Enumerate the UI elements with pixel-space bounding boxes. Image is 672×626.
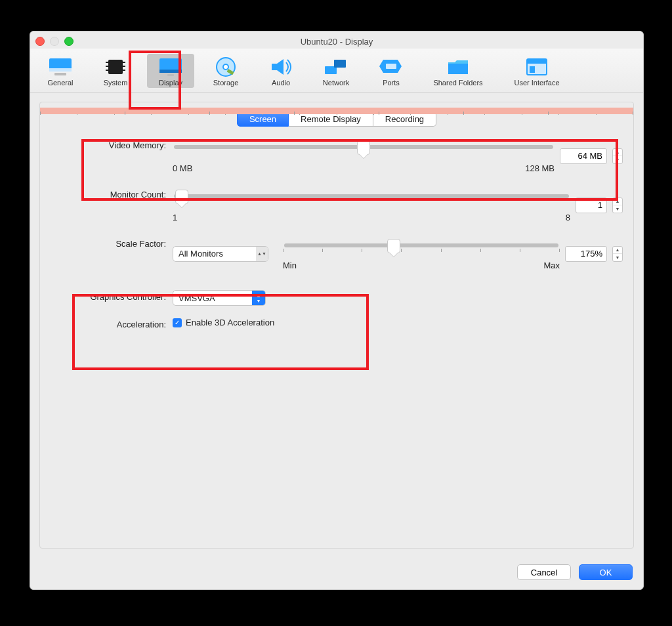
ports-icon — [379, 56, 404, 77]
content-pane: Screen Remote Display Recording Video Me… — [39, 102, 634, 549]
svg-rect-21 — [448, 64, 468, 74]
row-video-memory: Video Memory: 0 MB 128 MB — [51, 138, 623, 173]
category-toolbar: General System Display Storage — [30, 49, 643, 93]
toolbar-item-system[interactable]: System — [92, 54, 139, 88]
graphics-controller-label: Graphics Controller: — [51, 290, 173, 304]
settings-window: Ubuntu20 - Display General System Displa… — [30, 31, 644, 590]
toolbar-label: Ports — [383, 79, 400, 87]
scale-factor-min: Min — [283, 261, 297, 270]
checkbox-label: Enable 3D Acceleration — [186, 318, 274, 327]
video-memory-stepper[interactable]: ▲▼ — [612, 148, 623, 164]
svg-rect-18 — [334, 60, 346, 68]
window-title: Ubuntu20 - Display — [30, 37, 643, 47]
monitor-count-slider[interactable]: 1 8 — [173, 188, 570, 222]
toolbar-label: System — [104, 79, 128, 87]
toolbar-item-general[interactable]: General — [37, 54, 84, 88]
toolbar-label: Storage — [213, 79, 239, 87]
video-memory-slider[interactable]: 0 MB 128 MB — [173, 138, 555, 173]
scale-factor-max: Max — [543, 261, 560, 270]
svg-marker-16 — [272, 59, 284, 75]
svg-rect-1 — [49, 68, 72, 72]
svg-rect-11 — [159, 70, 182, 73]
video-memory-field[interactable] — [560, 148, 607, 164]
slider-thumb[interactable] — [175, 190, 188, 204]
toolbar-label: User Interface — [514, 79, 559, 87]
chip-icon — [103, 56, 128, 77]
toolbar-label: Audio — [272, 79, 290, 87]
folder-icon — [446, 56, 471, 77]
svg-rect-2 — [54, 73, 66, 75]
slider-thumb[interactable] — [357, 140, 370, 155]
disk-icon — [213, 56, 238, 77]
row-graphics-controller: Graphics Controller: VMSVGA ▲▼ — [51, 290, 623, 306]
svg-rect-20 — [386, 64, 396, 69]
svg-rect-23 — [527, 59, 547, 64]
scale-factor-label: Scale Factor: — [51, 237, 173, 251]
enable-3d-acceleration-checkbox[interactable]: ✓ Enable 3D Acceleration — [173, 318, 274, 327]
svg-rect-3 — [108, 60, 123, 74]
toolbar-item-storage[interactable]: Storage — [202, 54, 249, 88]
speaker-icon — [268, 56, 293, 77]
toolbar-label: Shared Folders — [433, 79, 482, 87]
svg-rect-12 — [167, 74, 174, 76]
toolbar-item-audio[interactable]: Audio — [257, 54, 304, 88]
display-icon — [158, 56, 183, 77]
monitor-count-min: 1 — [173, 213, 177, 222]
acceleration-label: Acceleration: — [51, 318, 173, 332]
select-value: All Monitors — [173, 249, 256, 259]
video-memory-min: 0 MB — [173, 163, 192, 173]
monitor-count-stepper[interactable]: ▲▼ — [612, 198, 623, 213]
chevron-up-down-icon: ▲▼ — [252, 291, 265, 305]
window-layout-icon — [524, 56, 549, 77]
row-scale-factor: Scale Factor: All Monitors ▲▼ — [51, 237, 623, 270]
ok-button[interactable]: OK — [579, 564, 633, 580]
toolbar-label: General — [47, 79, 73, 87]
cancel-button[interactable]: Cancel — [517, 564, 571, 580]
toolbar-item-display[interactable]: Display — [147, 54, 194, 88]
graphics-controller-select[interactable]: VMSVGA ▲▼ — [173, 290, 266, 306]
svg-point-14 — [223, 64, 228, 70]
chevron-up-down-icon: ▲▼ — [256, 247, 268, 261]
toolbar-item-user-interface[interactable]: User Interface — [501, 54, 572, 88]
video-memory-label: Video Memory: — [51, 138, 173, 153]
monitor-count-field[interactable] — [576, 198, 607, 213]
toolbar-item-ports[interactable]: Ports — [368, 54, 415, 88]
toolbar-label: Display — [159, 79, 182, 87]
monitor-count-label: Monitor Count: — [51, 188, 173, 202]
toolbar-label: Network — [323, 79, 349, 87]
select-value: VMSVGA — [173, 293, 252, 303]
toolbar-item-network[interactable]: Network — [312, 54, 360, 88]
titlebar: Ubuntu20 - Display — [30, 31, 643, 49]
video-memory-max: 128 MB — [525, 163, 555, 173]
row-monitor-count: Monitor Count: 1 8 — [51, 188, 623, 222]
network-icon — [324, 56, 348, 77]
svg-rect-24 — [530, 66, 535, 73]
scale-factor-monitor-select[interactable]: All Monitors ▲▼ — [173, 246, 268, 262]
monitor-count-max: 8 — [566, 213, 570, 222]
scale-factor-slider[interactable]: Min Max — [283, 237, 560, 270]
checkmark-icon: ✓ — [173, 318, 182, 327]
scale-factor-stepper[interactable]: ▲▼ — [612, 246, 623, 262]
row-acceleration: Acceleration: ✓ Enable 3D Acceleration — [51, 318, 623, 332]
monitor-icon — [48, 56, 73, 77]
scale-factor-field[interactable] — [565, 246, 607, 262]
dialog-footer: Cancel OK — [30, 558, 643, 589]
toolbar-item-shared-folders[interactable]: Shared Folders — [423, 54, 494, 88]
